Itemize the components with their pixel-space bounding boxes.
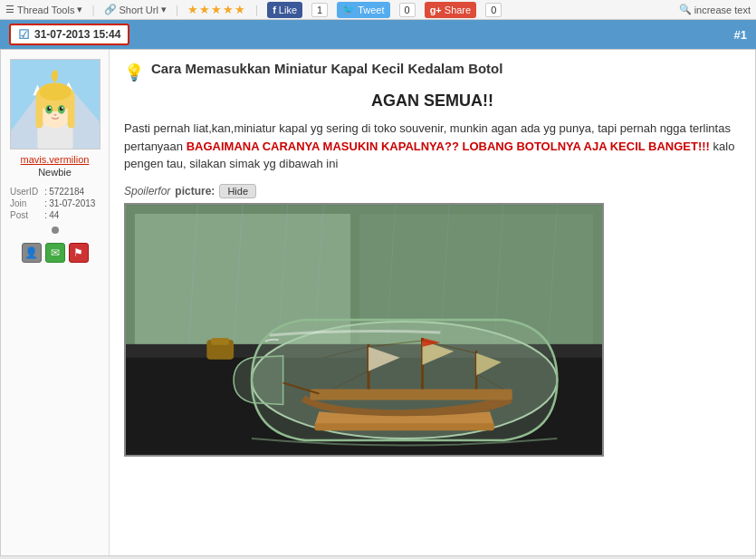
user-id-value: 5722184 (49, 187, 100, 197)
gplus-icon: g+ (430, 5, 442, 15)
share-count: 0 (485, 3, 502, 17)
report-button[interactable]: ⚑ (69, 243, 89, 263)
username-link[interactable]: mavis.vermilion (21, 154, 90, 165)
toolbar: ☰ Thread Tools ▾ | 🔗 Short Url ▾ | ★★★★★… (0, 0, 756, 20)
thread-tools-icon: ☰ (5, 4, 14, 15)
join-date-value: 31-07-2013 (49, 198, 100, 208)
main-content: mavis.vermilion Newbie UserID : 5722184 … (0, 49, 756, 556)
post-text-highlight: BAGAIMANA CARANYA MASUKIN KAPALNYA?? LOB… (187, 140, 710, 153)
user-role: Newbie (38, 167, 72, 178)
join-sep: : (44, 198, 47, 208)
post-label: Post (10, 210, 43, 220)
user-info-table: UserID : 5722184 Join : 31-07-2013 Post … (8, 185, 101, 222)
checkbox-icon: ☑ (18, 27, 30, 42)
svg-rect-32 (211, 337, 229, 344)
thread-tools-menu[interactable]: ☰ Thread Tools ▾ (5, 4, 82, 15)
ship-scene-svg (126, 204, 602, 456)
user-id-sep: : (44, 187, 47, 197)
post-header-bar: ☑ 31-07-2013 15:44 #1 (0, 20, 756, 49)
svg-rect-35 (314, 423, 493, 430)
join-label: Join (10, 198, 43, 208)
link-icon: 🔗 (104, 4, 117, 15)
svg-point-16 (53, 114, 56, 116)
short-url-label: Short Url (120, 5, 158, 15)
fb-count: 1 (311, 3, 328, 17)
svg-rect-8 (67, 97, 74, 128)
spoiler-for: picture: (175, 185, 215, 198)
post-sep: : (44, 210, 47, 220)
message-button[interactable]: ✉ (45, 243, 65, 263)
search-zoom-icon: 🔍 (679, 4, 692, 15)
sep3: | (255, 4, 258, 16)
user-actions: 👤 ✉ ⚑ (22, 243, 89, 263)
post-count-value: 44 (49, 210, 100, 220)
avatar (10, 59, 100, 149)
tweet-count: 0 (399, 3, 416, 17)
tweet-label: Tweet (358, 5, 384, 15)
rating-stars[interactable]: ★★★★★ (187, 3, 246, 16)
increase-text-label: increase text (694, 5, 751, 15)
svg-point-9 (39, 82, 71, 101)
thread-tools-label: Thread Tools (17, 5, 74, 15)
post-body: 💡 Cara Memasukkan Miniatur Kapal Kecil K… (110, 50, 755, 555)
post-number: #1 (734, 28, 747, 42)
spoiler-bar: Spoilerfor picture: Hide (124, 184, 741, 198)
svg-rect-7 (35, 97, 43, 128)
sep1: | (91, 4, 94, 16)
svg-point-14 (49, 107, 51, 109)
join-row: Join : 31-07-2013 (10, 198, 100, 208)
online-status-dot (52, 226, 59, 234)
post-big-title: AGAN SEMUA!! (124, 92, 741, 111)
svg-point-15 (61, 107, 62, 109)
increase-text-button[interactable]: 🔍 increase text (679, 4, 751, 15)
avatar-image (11, 59, 100, 149)
post-title: Cara Memasukkan Miniatur Kapal Kecil Ked… (151, 61, 502, 76)
sep2: | (176, 4, 178, 16)
fb-icon: f (273, 5, 276, 15)
share-button[interactable]: g+ Share (425, 2, 477, 18)
twitter-icon: 🐦 (342, 4, 355, 15)
user-id-label: UserID (10, 187, 43, 197)
thread-tools-chevron: ▾ (77, 4, 82, 15)
post-row: Post : 44 (10, 210, 100, 220)
sidebar: mavis.vermilion Newbie UserID : 5722184 … (1, 50, 110, 555)
post-date: 31-07-2013 15:44 (34, 28, 120, 41)
bulb-icon: 💡 (124, 63, 144, 82)
post-title-area: 💡 Cara Memasukkan Miniatur Kapal Kecil K… (124, 61, 741, 82)
profile-button[interactable]: 👤 (22, 243, 42, 263)
share-label: Share (445, 5, 471, 15)
user-id-row: UserID : 5722184 (10, 187, 100, 197)
facebook-like-button[interactable]: f Like (267, 2, 302, 18)
post-date-badge[interactable]: ☑ 31-07-2013 15:44 (9, 24, 129, 45)
fb-label: Like (279, 5, 297, 15)
svg-rect-34 (310, 389, 512, 400)
post-text-block: Pasti pernah liat,kan,miniatur kapal yg … (124, 120, 741, 173)
spoiler-label: Spoilerfor (124, 185, 170, 198)
short-url-menu[interactable]: 🔗 Short Url ▾ (104, 4, 167, 15)
ship-in-bottle-image (124, 203, 604, 457)
hide-spoiler-button[interactable]: Hide (219, 184, 256, 198)
tweet-button[interactable]: 🐦 Tweet (337, 2, 389, 18)
short-url-chevron: ▾ (161, 4, 167, 15)
